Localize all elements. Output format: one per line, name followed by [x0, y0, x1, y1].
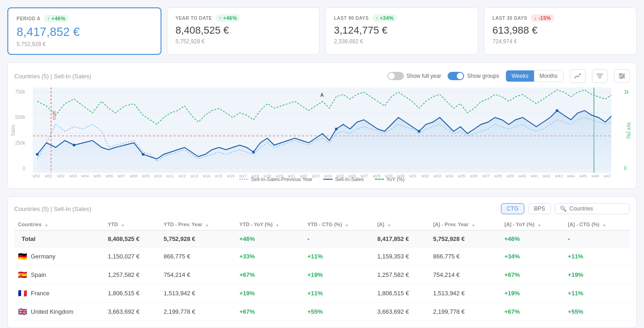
- a-value: 1,159,353 €: [374, 247, 429, 266]
- chart-settings-icon-btn[interactable]: [614, 69, 630, 83]
- ytd-value: 3,663,692 €: [104, 303, 160, 321]
- kpi-card-last30[interactable]: LAST 30 DAYS -15% 613,988 € 724,974 €: [484, 7, 637, 55]
- col-a[interactable]: [A] ▲: [374, 219, 429, 230]
- col-a-yoy[interactable]: [A] - YoY (%) ▲: [501, 219, 564, 230]
- svg-rect-2: [598, 77, 601, 78]
- svg-point-22: [36, 153, 39, 156]
- ytd-ctg-value: +19%: [304, 266, 374, 284]
- arrow-down-icon: [534, 15, 537, 21]
- a-ctg-value: +19%: [564, 266, 630, 284]
- arrow-up-icon: [376, 15, 379, 21]
- chart-section-title: Countries (5) | Sell-In (Sales): [14, 73, 91, 80]
- country-cell: Total: [14, 230, 104, 247]
- kpi-card-ytd[interactable]: YEAR TO DATE +46% 8,408,525 € 5,752,928 …: [167, 7, 320, 55]
- country-cell: 🇪🇸Spain: [14, 266, 104, 284]
- country-cell: 🇫🇷France: [14, 284, 104, 303]
- kpi-sub-last90: 2,338,682 €: [334, 38, 470, 45]
- kpi-card-period-a[interactable]: PERIOD A +46% 8,417,852 € 5,752,928 €: [7, 7, 161, 55]
- kpi-value-last90: 3,124,775 €: [334, 24, 470, 36]
- col-ytd-prev[interactable]: YTD - Prev. Year ▲: [160, 219, 236, 230]
- table-section-header: Countries (5) | Sell-In (Sales) CTG BPS …: [14, 203, 630, 214]
- chart-filter-icon-btn[interactable]: [592, 69, 608, 83]
- kpi-sub-ytd: 5,752,928 €: [176, 38, 311, 45]
- ytd-prev-value: 5,752,928 €: [160, 230, 236, 247]
- table-section: Countries (5) | Sell-In (Sales) CTG BPS …: [7, 196, 637, 328]
- show-full-year-toggle-group: Show full year: [387, 72, 441, 80]
- col-a-prev[interactable]: [A] - Prev. Year ▲: [429, 219, 500, 230]
- kpi-card-last90[interactable]: LAST 90 DAYS +34% 3,124,775 € 2,338,682 …: [325, 7, 478, 55]
- a-ctg-value: -: [564, 230, 630, 247]
- ytd-yoy-value: +46%: [236, 230, 304, 247]
- country-name: France: [31, 290, 49, 297]
- line-chart-icon: [574, 72, 581, 80]
- col-ytd[interactable]: YTD ▲: [104, 219, 160, 230]
- kpi-badge-last90: +34%: [373, 14, 397, 22]
- y-axis-yoy-label: YoY (%): [626, 122, 631, 138]
- svg-rect-0: [597, 74, 603, 75]
- a-prev-value: 5,752,928 €: [429, 230, 500, 247]
- country-cell: 🇬🇧United Kingdom: [14, 303, 104, 321]
- a-prev-value: 2,199,778 €: [429, 303, 500, 321]
- months-button[interactable]: Months: [534, 70, 563, 82]
- table-row: 🇬🇧United Kingdom3,663,692 €2,199,778 €+6…: [14, 303, 630, 321]
- kpi-value-last30: 613,988 €: [493, 24, 628, 36]
- table-row: 🇩🇪Germany1,150,027 €866,775 €+33%+11%1,1…: [14, 247, 630, 266]
- a-prev-value: 754,214 €: [429, 266, 500, 284]
- ytd-value: 1,806,515 €: [104, 284, 160, 303]
- kpi-title: LAST 90 DAYS: [334, 16, 369, 21]
- table-section-title: Countries (5) | Sell-In (Sales): [14, 205, 91, 212]
- kpi-badge-last30: -15%: [531, 14, 554, 22]
- svg-point-4: [620, 74, 621, 75]
- kpi-row: PERIOD A +46% 8,417,852 € 5,752,928 € YE…: [7, 7, 637, 55]
- ctg-button[interactable]: CTG: [501, 203, 524, 214]
- arrow-up-icon: [219, 15, 222, 21]
- a-yoy-value: +67%: [501, 303, 564, 321]
- show-full-year-toggle[interactable]: [387, 72, 404, 80]
- ytd-value: 8,408,525 €: [104, 230, 160, 247]
- col-ytd-yoy[interactable]: YTD - YoY (%) ▲: [236, 219, 304, 230]
- ytd-value: 1,257,582 €: [104, 266, 160, 284]
- col-ytd-ctg[interactable]: YTD - CTG (%) ▲: [304, 219, 374, 230]
- bps-button[interactable]: BPS: [528, 203, 551, 214]
- a-yoy-value: +19%: [501, 284, 564, 303]
- a-ctg-value: +11%: [564, 247, 630, 266]
- kpi-label-ytd: YEAR TO DATE +46%: [176, 14, 311, 22]
- ytd-prev-value: 866,775 €: [160, 247, 236, 266]
- chart-section-header: Countries (5) | Sell-In (Sales) Show ful…: [14, 69, 630, 83]
- ytd-prev-value: 754,214 €: [160, 266, 236, 284]
- svg-point-8: [621, 77, 622, 79]
- table-row: 🇪🇸Spain1,257,582 €754,214 €+67%+19%1,257…: [14, 266, 630, 284]
- kpi-badge-period-a: +46%: [44, 15, 69, 22]
- a-value: 1,806,515 €: [374, 284, 429, 303]
- col-a-ctg[interactable]: [A] - CTG (%) ▲: [564, 219, 630, 230]
- flag-icon: 🇪🇸: [18, 270, 27, 279]
- a-value: 8,417,852 €: [374, 230, 429, 247]
- table-row: 🇫🇷France1,806,515 €1,513,942 €+19%+11%1,…: [14, 284, 630, 303]
- svg-point-27: [418, 130, 420, 133]
- kpi-sub-last30: 724,974 €: [493, 38, 628, 45]
- col-countries[interactable]: Countries ▲: [14, 219, 104, 230]
- kpi-title: LAST 30 DAYS: [493, 16, 528, 21]
- chart-svg: 2019 Today A: [33, 88, 611, 173]
- weeks-button[interactable]: Weeks: [506, 70, 534, 82]
- a-value: 1,257,582 €: [374, 266, 429, 284]
- svg-rect-1: [598, 76, 602, 76]
- y-axis-sales-label: Sales: [11, 124, 16, 136]
- ytd-yoy-value: +67%: [236, 303, 304, 321]
- show-groups-toggle[interactable]: [448, 72, 464, 80]
- a-ctg-value: +55%: [564, 303, 630, 321]
- svg-text:A: A: [320, 92, 324, 98]
- country-cell: 🇩🇪Germany: [14, 247, 104, 266]
- a-prev-value: 866,775 €: [429, 247, 500, 266]
- search-icon: 🔍: [560, 205, 567, 212]
- y-axis-left: 750k 500k 250k 0: [15, 88, 25, 173]
- ytd-value: 1,150,027 €: [104, 247, 160, 266]
- ytd-ctg-value: +11%: [304, 247, 374, 266]
- chart-line-icon-btn[interactable]: [570, 69, 586, 83]
- kpi-badge-ytd: +46%: [216, 14, 240, 22]
- show-groups-label: Show groups: [467, 73, 499, 79]
- search-input[interactable]: [569, 205, 625, 212]
- ytd-prev-value: 1,513,942 €: [160, 284, 236, 303]
- kpi-label-period-a: PERIOD A +46%: [17, 15, 152, 22]
- a-ctg-value: +11%: [564, 284, 630, 303]
